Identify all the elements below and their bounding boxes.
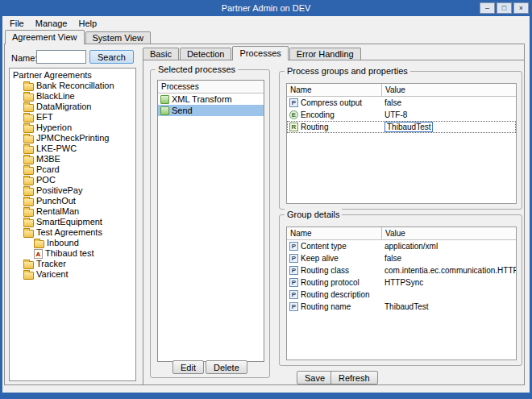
table-row[interactable]: RRoutingThibaudTest — [287, 121, 516, 133]
search-button[interactable]: Search — [89, 50, 134, 64]
column-header-value[interactable]: Value — [382, 227, 516, 239]
view-tab-strip: Agreement View System View — [5, 29, 152, 44]
cell-name: PRouting class — [287, 266, 382, 275]
tree-item[interactable]: LKE-PWC — [10, 143, 135, 154]
minimize-button[interactable]: – — [480, 2, 495, 14]
tab-basic[interactable]: Basic — [143, 48, 179, 60]
property-icon: P — [289, 254, 298, 263]
table-row[interactable]: PContent typeapplication/xml — [287, 240, 516, 252]
tree-item[interactable]: EFT — [10, 112, 135, 123]
table-row[interactable]: PRouting protocolHTTPSync — [287, 276, 516, 289]
menu-help[interactable]: Help — [73, 17, 103, 30]
delete-button[interactable]: Delete — [206, 360, 247, 374]
cell-name: PKeep alive — [287, 254, 382, 263]
column-header-value[interactable]: Value — [382, 84, 516, 96]
property-name: Content type — [301, 242, 347, 251]
cell-value: HTTPSync — [382, 278, 516, 287]
name-label: Name: — [11, 53, 37, 63]
table-row[interactable]: PRouting classcom.intentia.ec.communicat… — [287, 264, 516, 276]
tab-detection[interactable]: Detection — [180, 48, 231, 60]
tree-item-label: Thibaud test — [45, 248, 94, 259]
tree-item-label: PunchOut — [36, 196, 76, 206]
cell-value: ThibaudTest — [382, 122, 516, 132]
menu-file[interactable]: File — [4, 17, 30, 30]
tree-item[interactable]: AThibaud test — [10, 248, 135, 259]
tree-item[interactable]: Pcard — [10, 164, 135, 175]
tab-processes[interactable]: Processes — [232, 46, 288, 60]
table-row[interactable]: PRouting nameThibaudTest — [287, 301, 516, 313]
folder-icon — [23, 198, 34, 206]
process-list-item[interactable]: XML Transform — [158, 94, 264, 105]
window-title: Partner Admin on DEV — [0, 0, 532, 16]
property-name: Routing description — [301, 290, 370, 299]
process-groups-title: Process groups and properties — [285, 65, 410, 77]
process-list-header: Processes — [158, 81, 264, 94]
group-details-table: Name Value PContent typeapplication/xmlP… — [286, 227, 517, 360]
column-header-name[interactable]: Name — [287, 84, 382, 96]
titlebar[interactable]: Partner Admin on DEV – □ × — [0, 0, 532, 16]
process-item-label: XML Transform — [172, 94, 232, 104]
close-button[interactable]: × — [513, 2, 529, 14]
tree-item-label: Hyperion — [36, 123, 72, 133]
tree-item[interactable]: BlackLine — [10, 91, 135, 102]
tree-item[interactable]: Varicent — [10, 269, 135, 280]
folder-icon — [23, 114, 34, 123]
folder-icon — [23, 83, 34, 91]
cell-name: PRouting description — [287, 290, 382, 299]
tree-item[interactable]: JPMCheckPrinting — [10, 133, 135, 143]
property-icon: P — [289, 242, 298, 251]
property-name: Compress output — [301, 98, 362, 107]
cell-name: PCompress output — [287, 98, 382, 107]
folder-icon — [23, 177, 34, 185]
cell-value: UTF-8 — [382, 110, 516, 119]
tree-item[interactable]: Inbound — [10, 238, 135, 248]
cell-name: RRouting — [287, 123, 382, 131]
folder-icon — [23, 188, 34, 196]
tree-item-label: PositivePay — [36, 185, 82, 196]
tree-item[interactable]: Partner Agreements — [10, 70, 135, 81]
processes-tab-panel: Selected processes Processes XML Transfo… — [143, 60, 525, 385]
name-input[interactable] — [36, 50, 86, 64]
folder-icon — [23, 104, 34, 112]
tree-item[interactable]: POC — [10, 175, 135, 185]
tree-item[interactable]: M3BE — [10, 154, 135, 164]
tree-item[interactable]: Tracker — [10, 259, 135, 269]
tree-item-label: Test Agreements — [36, 227, 102, 238]
maximize-button[interactable]: □ — [497, 2, 512, 14]
tree-item-label: Inbound — [47, 238, 79, 248]
save-button[interactable]: Save — [297, 371, 333, 384]
refresh-button[interactable]: Refresh — [330, 371, 378, 384]
column-header-name[interactable]: Name — [287, 227, 382, 239]
value-editor[interactable]: ThibaudTest — [384, 122, 433, 132]
agreement-tree[interactable]: Partner AgreementsBank ReconcillationBla… — [9, 68, 136, 381]
tree-item[interactable]: RentalMan — [10, 206, 135, 217]
folder-icon — [23, 209, 34, 217]
table-row[interactable]: EEncodingUTF-8 — [287, 109, 516, 121]
process-list: Processes XML TransformSend — [157, 80, 264, 362]
tree-item[interactable]: DataMigration — [10, 102, 135, 112]
agreement-view-panel: Name: Search Partner AgreementsBank Reco… — [4, 44, 525, 385]
tab-system-view[interactable]: System View — [85, 31, 151, 44]
cell-name: PRouting protocol — [287, 278, 382, 287]
cell-value: ThibaudTest — [382, 302, 516, 311]
tab-error-handling[interactable]: Error Handling — [289, 48, 361, 60]
table-row[interactable]: PCompress outputfalse — [287, 97, 516, 109]
tree-item-label: LKE-PWC — [36, 143, 77, 154]
tree-item[interactable]: Hyperion — [10, 123, 135, 133]
tree-item-label: DataMigration — [36, 102, 91, 112]
tab-agreement-view[interactable]: Agreement View — [5, 30, 85, 44]
tree-item[interactable]: Bank Reconcillation — [10, 81, 135, 91]
process-list-item[interactable]: Send — [158, 105, 264, 116]
process-list-items: XML TransformSend — [158, 94, 264, 116]
menu-manage[interactable]: Manage — [30, 17, 73, 30]
tree-item-label: SmartEquipment — [36, 217, 102, 227]
tree-item[interactable]: SmartEquipment — [10, 217, 135, 227]
tree-item[interactable]: PunchOut — [10, 196, 135, 206]
folder-icon — [23, 146, 34, 154]
tree-item[interactable]: Test Agreements — [10, 227, 135, 238]
tree-item[interactable]: PositivePay — [10, 185, 135, 196]
table-row[interactable]: PRouting description — [287, 289, 516, 301]
app-window: Partner Admin on DEV – □ × File Manage H… — [0, 0, 532, 399]
edit-button[interactable]: Edit — [172, 360, 204, 374]
table-row[interactable]: PKeep alivefalse — [287, 252, 516, 264]
